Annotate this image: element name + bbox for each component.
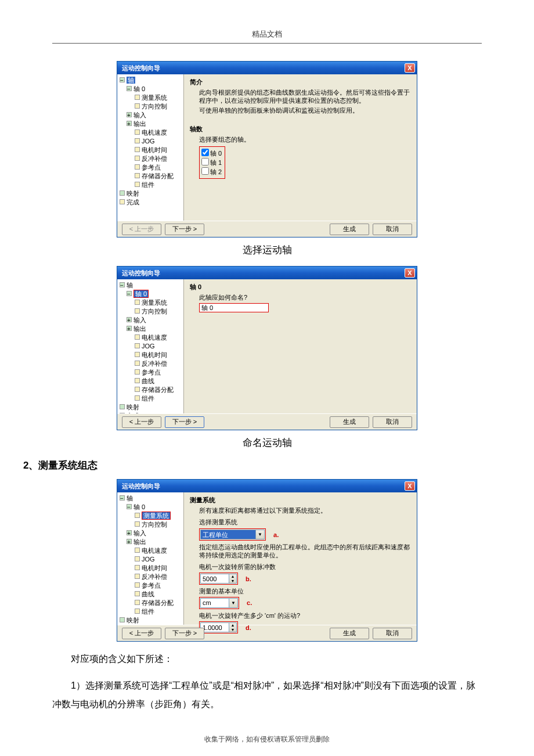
body-text-1: 对应项的含义如下所述： — [52, 650, 482, 668]
tree-item[interactable]: 输出 — [134, 538, 146, 545]
tree-item[interactable]: 组件 — [142, 181, 154, 188]
titlebar: 运动控制向导 X — [117, 267, 417, 279]
generate-button[interactable]: 生成 — [330, 224, 369, 235]
tree-item[interactable]: 测量系统 — [142, 94, 167, 101]
tree-mapping[interactable]: 映射 — [127, 404, 139, 411]
close-icon: X — [407, 483, 412, 489]
measure-system-combo[interactable]: 工程单位 ▼ — [200, 530, 265, 539]
cancel-button[interactable]: 取消 — [373, 628, 412, 639]
unit-wrap: cm ▼ — [199, 597, 239, 609]
measure-select-label: 选择测量系统 — [199, 518, 411, 526]
tree-item[interactable]: 测量系统 — [142, 299, 167, 306]
annotation-a: a. — [273, 531, 279, 538]
tree-item[interactable]: 输入 — [134, 530, 146, 537]
tree-item[interactable]: 参考点 — [142, 369, 161, 376]
tree-item[interactable]: 组件 — [142, 608, 154, 615]
prev-button[interactable]: < 上一步 — [122, 416, 161, 428]
spinner-buttons[interactable]: ▲▼ — [229, 574, 237, 584]
tree-axis0-selected[interactable]: 轴 0 — [134, 290, 149, 298]
tree-item[interactable]: 反冲补偿 — [142, 360, 167, 367]
tree-item[interactable]: 方向控制 — [142, 103, 167, 110]
next-button[interactable]: 下一步 > — [165, 224, 204, 235]
spinner-buttons[interactable]: ▲▼ — [229, 622, 237, 632]
tree-item[interactable]: 反冲补偿 — [142, 155, 167, 162]
tree-done[interactable]: 完成 — [127, 412, 139, 413]
tree-item[interactable]: 组件 — [142, 395, 154, 402]
tree-item[interactable]: 输出 — [134, 120, 146, 127]
tree-item[interactable]: JOG — [142, 343, 155, 350]
axis-checkbox-group: 轴 0 轴 1 轴 2 — [199, 146, 225, 179]
axis-name-input[interactable] — [199, 303, 269, 312]
wizard-tree[interactable]: 轴 轴 0 测量系统 方向控制 输入 输出 电机速度 JOG 电机时间 反冲补偿… — [117, 279, 184, 413]
axis1-checkbox[interactable] — [201, 158, 209, 165]
unit-combo[interactable]: cm ▼ — [200, 598, 238, 608]
tree-item[interactable]: 存储器分配 — [142, 386, 174, 393]
pulses-label: 电机一次旋转所需的脉冲数 — [199, 563, 411, 571]
tree-item[interactable]: 曲线 — [142, 591, 154, 597]
name-prompt: 此轴应如何命名? — [199, 293, 411, 301]
tree-item[interactable]: 电机速度 — [142, 547, 167, 554]
generate-button[interactable]: 生成 — [330, 416, 369, 428]
chevron-down-icon[interactable]: ▼ — [229, 598, 238, 608]
tree-item[interactable]: 参考点 — [142, 164, 161, 171]
tree-item[interactable]: 电机时间 — [142, 564, 167, 571]
chevron-down-icon[interactable]: ▼ — [256, 530, 265, 539]
tree-item[interactable]: 方向控制 — [142, 308, 167, 315]
tree-item[interactable]: 电机速度 — [142, 334, 167, 341]
tree-item[interactable]: 电机速度 — [142, 129, 167, 136]
tree-item[interactable]: 方向控制 — [142, 521, 167, 528]
prev-button[interactable]: < 上一步 — [122, 224, 161, 235]
tree-root[interactable]: 轴 — [127, 77, 135, 84]
tree-item[interactable]: 存储器分配 — [142, 599, 174, 606]
tree-item[interactable]: 参考点 — [142, 582, 161, 589]
wizard-dialog-3: 运动控制向导 X 轴 轴 0 测量系统 方向控制 输入 输出 电机速度 JOG … — [117, 479, 417, 642]
section-2-heading: 2、测量系统组态 — [23, 459, 482, 472]
close-icon: X — [407, 269, 412, 276]
movement-wrap: ▲▼ — [199, 621, 238, 633]
tree-item[interactable]: 电机时间 — [142, 351, 167, 358]
wizard-tree[interactable]: 轴 轴 0 测量系统 方向控制 输入 输出 电机速度 JOG 电机时间 反冲补偿… — [117, 492, 184, 625]
tree-root[interactable]: 轴 — [127, 282, 133, 289]
axes-heading: 轴数 — [190, 125, 411, 134]
cancel-button[interactable]: 取消 — [373, 224, 412, 235]
prev-button[interactable]: < 上一步 — [122, 628, 161, 639]
tree-item[interactable]: 反冲补偿 — [142, 573, 167, 580]
unit-label: 测量的基本单位 — [199, 587, 411, 595]
next-button[interactable]: 下一步 > — [165, 628, 204, 639]
generate-button[interactable]: 生成 — [330, 628, 369, 639]
measure-combo-wrap: 工程单位 ▼ — [199, 528, 266, 541]
tree-item[interactable]: JOG — [142, 556, 155, 563]
tree-mapping[interactable]: 映射 — [127, 617, 139, 624]
axis0-label: 轴 0 — [210, 150, 222, 157]
tree-item[interactable]: 电机时间 — [142, 146, 167, 153]
tree-mapping[interactable]: 映射 — [127, 190, 139, 197]
wizard-tree[interactable]: 轴 轴 0 测量系统 方向控制 输入 输出 电机速度 JOG 电机时间 反冲补偿… — [117, 74, 184, 221]
tree-done[interactable]: 完成 — [127, 199, 139, 206]
close-button[interactable]: X — [405, 481, 415, 491]
tree-item[interactable]: JOG — [142, 138, 155, 145]
tree-item[interactable]: 输入 — [134, 316, 146, 323]
close-icon: X — [407, 64, 412, 71]
tree-item[interactable]: 曲线 — [142, 377, 154, 384]
close-button[interactable]: X — [405, 63, 415, 73]
next-button[interactable]: 下一步 > — [165, 416, 204, 428]
movement-spinner[interactable]: ▲▼ — [200, 622, 237, 632]
tree-item[interactable]: 输入 — [134, 111, 146, 118]
tree-root[interactable]: 轴 — [127, 495, 133, 502]
axis2-checkbox[interactable] — [201, 167, 209, 175]
tree-axis0[interactable]: 轴 0 — [134, 85, 145, 92]
tree-item[interactable]: 存储器分配 — [142, 172, 174, 179]
tree-item[interactable]: 输出 — [134, 325, 146, 332]
movement-input[interactable] — [200, 622, 229, 632]
wizard-content: 测量系统 所有速度和距离都将通过以下测量系统指定。 选择测量系统 工程单位 ▼ … — [184, 492, 417, 625]
pulses-spinner[interactable]: ▲▼ — [200, 574, 237, 584]
axis0-checkbox[interactable] — [201, 149, 209, 156]
wizard-content: 轴 0 此轴应如何命名? — [184, 279, 417, 413]
axis2-label: 轴 2 — [210, 168, 222, 175]
pulses-input[interactable] — [200, 574, 229, 584]
close-button[interactable]: X — [405, 268, 415, 278]
measure-heading: 测量系统 — [190, 496, 411, 505]
tree-measure-selected[interactable]: 测量系统 — [142, 512, 171, 520]
tree-axis0[interactable]: 轴 0 — [134, 503, 145, 510]
cancel-button[interactable]: 取消 — [373, 416, 412, 428]
